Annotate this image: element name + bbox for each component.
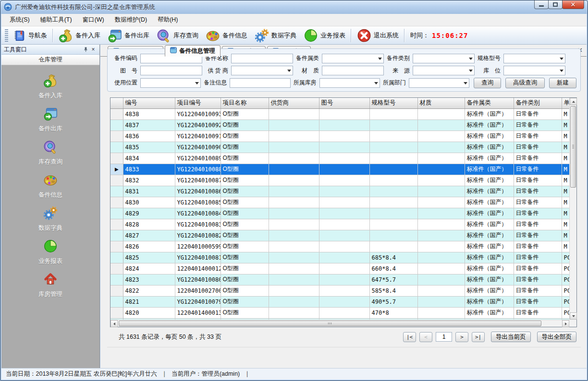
table-row[interactable]: 4832YG12204010087O型圈标准件（国产）日常备件M [110,175,569,186]
close-icon: ✕ [571,1,576,8]
sidebar-item[interactable]: 备件出库 [24,106,77,133]
column-header[interactable]: 项目编号 [175,98,220,108]
menu-item[interactable]: 数据维护(D) [110,14,152,26]
table-row[interactable]: 4821YG12204010079O型圈490*5.7标准件（国产）日常备件PC [110,296,569,307]
table-row[interactable]: 4827YG12204010082O型圈标准件（国产）日常备件M [110,230,569,241]
column-header[interactable]: 规格型号 [369,98,417,108]
pager-divider [107,347,581,347]
search-select[interactable] [413,66,475,75]
menu-item[interactable]: 窗口(W) [77,14,110,26]
column-header[interactable]: 供货商 [269,98,319,108]
search-input[interactable] [230,78,290,88]
menu-item[interactable]: 系统(S) [4,14,35,26]
table-row[interactable]: 4823YG12204010080O型圈647*5.7标准件（国产）日常备件PC [110,274,569,285]
last-page-button[interactable]: >| [472,332,485,342]
vertical-scrollbar[interactable] [569,98,576,320]
toolbar-button[interactable]: 库存查询 [153,27,202,44]
minimize-button[interactable] [534,0,549,9]
tab-备件信息管理[interactable]: 备件信息管理 [165,45,220,57]
table-cell [417,208,465,219]
table-row[interactable]: 4835YG12204010090O型圈标准件（国产）日常备件M [110,142,569,153]
toolbar-button[interactable]: 备件出库 [104,27,153,44]
search-select[interactable] [140,78,201,88]
menu-item[interactable]: 帮助(H) [152,14,183,26]
advanced-query-button[interactable]: 高级查询 [505,78,545,88]
column-header[interactable]: 项目名称 [220,98,269,108]
search-select[interactable] [319,78,380,88]
vertical-scrollbar-thumb[interactable] [570,106,576,188]
toolbar-button[interactable]: 业务报表 [300,27,349,44]
query-button[interactable]: 查询 [474,78,501,88]
search-select[interactable] [503,66,565,75]
table-row[interactable]: 48261220401000599O型圈标准件（国产）日常备件M [110,241,569,252]
scroll-down-icon[interactable] [570,312,577,320]
next-page-button[interactable]: > [455,332,468,342]
table-row[interactable]: 4836YG12204010091O型圈标准件（国产）日常备件M [110,131,569,142]
menu-item[interactable]: 辅助工具(T) [35,14,77,26]
table-row[interactable]: 48241220401400012O型圈660*8.4标准件（国产）日常备件PC [110,263,569,274]
new-button[interactable]: 新建 [549,78,576,88]
tool-window-close-icon[interactable]: × [89,46,97,53]
row-indicator [110,263,123,274]
horizontal-scrollbar[interactable] [110,320,569,327]
table-cell: PC [562,252,569,263]
sidebar-item[interactable]: 备件入库 [24,73,77,100]
maximize-button[interactable] [548,0,563,9]
sidebar-group-header[interactable]: 仓库管理 [1,55,99,65]
table-row[interactable]: 4838YG12204010093O型圈标准件（国产）日常备件M [110,108,569,119]
table-row[interactable]: 4828YG12204010083O型圈标准件（国产）日常备件M [110,219,569,230]
table-cell: 日常备件 [514,197,562,208]
search-input[interactable] [140,66,202,75]
inventory-search-icon [156,28,172,43]
scroll-left-icon[interactable] [110,320,118,327]
table-row[interactable]: ▶4833YG12204010088O型圈标准件（国产）日常备件M [110,164,569,175]
toolbar-button[interactable]: 备件入库 [55,27,104,44]
export-current-page-button[interactable]: 导出当前页 [491,332,531,342]
column-header[interactable]: 备件属类 [465,98,514,108]
first-page-button[interactable]: |< [403,332,416,342]
search-select[interactable] [322,54,384,63]
grid-corner-header [110,98,123,108]
table-cell: 标准件（国产） [465,230,514,241]
scroll-right-icon[interactable] [562,320,569,327]
column-header[interactable]: 图号 [319,98,369,108]
table-row[interactable]: 4834YG12204010089O型圈标准件（国产）日常备件M [110,153,569,164]
close-button[interactable]: ✕ [562,0,584,9]
table-row[interactable]: 4831YG12204010086O型圈标准件（国产）日常备件M [110,186,569,197]
sidebar-item[interactable]: 备件信息 [24,172,77,199]
table-row[interactable]: 4829YG12204010084O型圈标准件（国产）日常备件M [110,208,569,219]
column-header[interactable]: 单位 [562,98,569,108]
sidebar-item[interactable]: 库存查询 [24,139,77,166]
sidebar-item[interactable]: 业务报表 [24,238,77,265]
table-cell: 日常备件 [514,241,562,252]
table-row[interactable]: 48221220401002700O型圈585*8.4标准件（国产）日常备件PC [110,285,569,296]
search-select[interactable] [503,54,565,63]
search-input[interactable] [231,54,293,63]
toolbar-button[interactable]: 导航条 [10,27,50,44]
toolbar-grip-icon[interactable] [5,29,8,42]
horizontal-scrollbar-thumb[interactable] [119,321,541,326]
toolbar-button[interactable]: 数据字典 [251,27,300,44]
toolbar-button[interactable]: 退出系统 [353,27,402,44]
table-cell: PC [562,296,569,307]
toolbar-button[interactable]: 备件信息 [202,27,251,44]
export-all-pages-button[interactable]: 导出全部页 [537,332,577,342]
column-header[interactable]: 材质 [417,98,465,108]
scroll-up-icon[interactable] [570,98,577,105]
prev-page-button[interactable]: < [419,332,432,342]
page-number-input[interactable] [436,332,452,342]
table-row[interactable]: 4837YG12204010092O型圈标准件（国产）日常备件M [110,119,569,131]
column-header[interactable]: 编号 [123,98,175,108]
sidebar-item[interactable]: 数据字典 [24,205,77,232]
search-input[interactable] [322,66,384,75]
pin-icon[interactable] [82,46,89,53]
column-header[interactable]: 备件类别 [514,98,562,108]
sidebar-item[interactable]: 库房管理 [24,272,77,298]
search-select[interactable] [409,78,469,88]
table-row[interactable]: 4825YG12204010081O型圈685*8.4标准件（国产）日常备件PC [110,252,569,263]
search-select[interactable] [413,54,475,63]
table-row[interactable]: 48201220401400013O型圈470*8标准件（国产）日常备件PC [110,307,569,318]
table-row[interactable]: 4830YG12204010085O型圈标准件（国产）日常备件M [110,197,569,208]
search-select[interactable] [231,66,293,75]
table-cell: YG12204010091 [175,131,220,142]
